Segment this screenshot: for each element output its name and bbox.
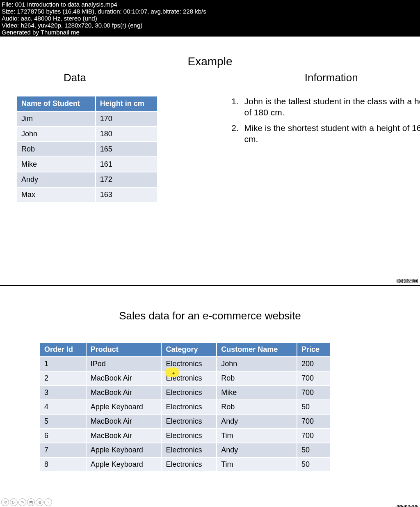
- th-customer: Customer Name: [217, 342, 297, 357]
- th-category: Category: [161, 342, 217, 357]
- table-cell: Max: [17, 187, 96, 202]
- table-cell: 50: [297, 457, 330, 472]
- footer-icon[interactable]: ▷: [10, 498, 18, 506]
- table-cell: MacBook Air: [86, 385, 162, 400]
- table-cell: Electronics: [161, 414, 217, 429]
- list-item: John is the tallest student in the class…: [241, 96, 420, 118]
- meta-generated: Generated by Thumbnail me: [2, 29, 418, 36]
- table-cell: 4: [40, 400, 86, 414]
- table-cell: IPod: [86, 357, 162, 371]
- table-cell: 161: [96, 157, 158, 172]
- table-cell: Rob: [17, 142, 96, 157]
- table-row: 1IPodElectronicsJohn200: [40, 357, 330, 371]
- table-cell: 1: [40, 357, 86, 371]
- meta-size: Size: 17278750 bytes (16.48 MiB), durati…: [2, 8, 418, 15]
- meta-video: Video: h264, yuv420p, 1280x720, 30.00 fp…: [2, 22, 418, 29]
- table-cell: Electronics: [161, 357, 217, 371]
- th-orderid: Order Id: [40, 342, 86, 357]
- table-cell: Andy: [217, 443, 297, 457]
- table-cell: MacBook Air: [86, 429, 162, 443]
- table-cell: Electronics: [161, 385, 217, 400]
- table-row: Jim170: [17, 111, 158, 126]
- slide2-title: Sales data for an e-commerce website: [0, 286, 420, 322]
- table-cell: 5: [40, 414, 86, 429]
- slide1-right-head: Information: [222, 71, 420, 84]
- th-name: Name of Student: [17, 96, 96, 111]
- table-cell: Andy: [217, 414, 297, 429]
- table-cell: Electronics: [161, 429, 217, 443]
- footer-icon[interactable]: ⟲: [1, 498, 9, 506]
- footer-icon[interactable]: ⊕: [36, 498, 43, 506]
- table-cell: MacBook Air: [86, 371, 162, 385]
- sales-table: Order Id Product Category Customer Name …: [39, 342, 331, 472]
- table-row: 3MacBook AirElectronicsMike700: [40, 385, 330, 400]
- table-cell: Tim: [217, 457, 297, 472]
- meta-audio: Audio: aac, 48000 Hz, stereo (und): [2, 15, 418, 22]
- table-row: Andy172: [17, 172, 158, 187]
- table-row: 2MacBook AirElectronicsRob700: [40, 371, 330, 385]
- table-row: 6MacBook AirElectronicsTim700: [40, 429, 330, 443]
- th-price: Price: [297, 342, 330, 357]
- table-cell: 700: [297, 414, 330, 429]
- table-cell: 200: [297, 357, 330, 371]
- slide1-title: Example: [0, 55, 420, 68]
- information-list: John is the tallest student in the class…: [222, 96, 420, 145]
- table-cell: Rob: [217, 400, 297, 414]
- table-cell: Electronics: [161, 400, 217, 414]
- table-cell: Electronics: [161, 371, 217, 385]
- slide1-left-column: Data Name of Student Height in cm Jim170…: [0, 71, 218, 203]
- table-row: Rob165: [17, 142, 158, 157]
- footer-toolbar: ⟲▷✎⬒⊕⋯: [1, 498, 52, 506]
- footer-icon[interactable]: ⬒: [27, 498, 35, 506]
- list-item: Mike is the shortest student with a heig…: [241, 122, 420, 145]
- table-cell: Mike: [217, 385, 297, 400]
- th-product: Product: [86, 342, 162, 357]
- table-cell: John: [217, 357, 297, 371]
- table-row: Mike161: [17, 157, 158, 172]
- file-metadata: File: 001 Introduction to data analysis.…: [0, 0, 420, 37]
- table-cell: Jim: [17, 111, 96, 126]
- slide-example: Example Data Name of Student Height in c…: [0, 55, 420, 286]
- table-cell: Apple Keyboard: [86, 400, 162, 414]
- table-header-row: Order Id Product Category Customer Name …: [40, 342, 330, 357]
- table-cell: 2: [40, 371, 86, 385]
- students-tbody: Jim170John180Rob165Mike161Andy172Max163: [17, 111, 158, 202]
- table-cell: 172: [96, 172, 158, 187]
- students-table: Name of Student Height in cm Jim170John1…: [16, 96, 158, 203]
- slide1-left-head: Data: [64, 71, 218, 84]
- table-header-row: Name of Student Height in cm: [17, 96, 158, 111]
- table-cell: Apple Keyboard: [86, 443, 162, 457]
- slide2-timestamp: 00:04:12: [397, 505, 418, 507]
- table-cell: John: [17, 126, 96, 142]
- sales-tbody: 1IPodElectronicsJohn2002MacBook AirElect…: [40, 357, 330, 472]
- table-cell: 700: [297, 429, 330, 443]
- table-row: 4Apple KeyboardElectronicsRob50: [40, 400, 330, 414]
- footer-icon[interactable]: ⋯: [44, 498, 52, 506]
- slide1-timestamp: 00:02:10: [397, 278, 418, 284]
- slide-sales: Sales data for an e-commerce website Ord…: [0, 286, 420, 507]
- table-cell: Tim: [217, 429, 297, 443]
- table-cell: 165: [96, 142, 158, 157]
- table-cell: 50: [297, 400, 330, 414]
- table-cell: Rob: [217, 371, 297, 385]
- table-cell: Apple Keyboard: [86, 457, 162, 472]
- table-cell: 7: [40, 443, 86, 457]
- table-row: John180: [17, 126, 158, 142]
- table-cell: Mike: [17, 157, 96, 172]
- table-cell: MacBook Air: [86, 414, 162, 429]
- table-cell: 6: [40, 429, 86, 443]
- table-cell: 8: [40, 457, 86, 472]
- table-cell: Electronics: [161, 443, 217, 457]
- table-cell: 170: [96, 111, 158, 126]
- table-cell: Andy: [17, 172, 96, 187]
- table-cell: 163: [96, 187, 158, 202]
- table-cell: 180: [96, 126, 158, 142]
- table-cell: 50: [297, 443, 330, 457]
- th-height: Height in cm: [96, 96, 158, 111]
- table-cell: Electronics: [161, 457, 217, 472]
- table-row: 7Apple KeyboardElectronicsAndy50: [40, 443, 330, 457]
- slide1-right-column: Information John is the tallest student …: [218, 71, 420, 203]
- table-cell: 3: [40, 385, 86, 400]
- footer-icon[interactable]: ✎: [18, 498, 26, 506]
- table-cell: 700: [297, 385, 330, 400]
